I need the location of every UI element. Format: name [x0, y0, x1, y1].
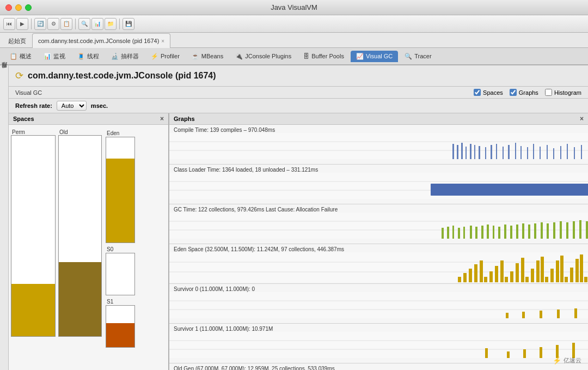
toolbar-btn-2[interactable]: ▶ [16, 18, 28, 30]
svg-rect-10 [485, 147, 486, 159]
svg-rect-25 [581, 145, 582, 159]
svg-rect-105 [463, 273, 467, 282]
perm-space: Perm [11, 129, 56, 337]
checkbox-histogram[interactable]: Histogram [545, 89, 581, 96]
svg-rect-5 [461, 143, 463, 159]
toolbar-btn-6[interactable]: 🔍 [78, 18, 90, 30]
s0-space: S0 [106, 245, 135, 295]
nav-tab-jconsole-plugins[interactable]: 🔌 JConsole Plugins [230, 51, 297, 62]
svg-rect-115 [516, 263, 519, 282]
graphs-panel-header: Graphs × [169, 113, 588, 125]
tracer-icon: 🔍 [405, 53, 412, 60]
toolbar-btn-1[interactable]: ⏮ [3, 18, 15, 30]
toolbar-sep-3 [119, 19, 120, 29]
monitor-icon: 📊 [44, 53, 51, 60]
refresh-select[interactable]: Auto 100 200 500 1000 [57, 101, 87, 111]
nav-tab-mbeans-label: MBeans [201, 53, 223, 59]
svg-rect-114 [510, 271, 513, 282]
toolbar-btn-3[interactable]: 🔄 [34, 18, 46, 30]
watermark-icon: ⚡ [553, 356, 561, 365]
graph-survivor0: Survivor 0 (11.000M, 11.000M): 0 [169, 284, 588, 324]
svg-rect-12 [496, 144, 497, 159]
toolbar-btn-9[interactable]: 💾 [122, 18, 134, 30]
nav-tab-profiler[interactable]: ⚡ Profiler [145, 51, 185, 62]
svg-rect-108 [480, 260, 483, 282]
svg-rect-163 [169, 292, 588, 318]
svg-rect-3 [452, 144, 454, 159]
svg-rect-54 [442, 228, 444, 239]
svg-rect-23 [567, 144, 568, 159]
svg-rect-73 [553, 222, 555, 239]
svg-rect-56 [452, 226, 454, 239]
histogram-checkbox[interactable] [545, 89, 552, 96]
graphs-checkbox[interactable] [510, 89, 517, 96]
svg-rect-22 [560, 146, 561, 159]
graph-s0-label: Survivor 0 (11.000M, 11.000M): 0 [169, 285, 588, 292]
svg-rect-126 [570, 268, 573, 282]
nav-tab-monitor[interactable]: 📊 监视 [38, 50, 71, 63]
graph-gc-label: GC Time: 122 collections, 979.426ms Last… [169, 205, 588, 213]
minimize-button[interactable] [15, 4, 22, 11]
perm-label: Perm [11, 129, 25, 135]
nav-tab-visual-gc-label: Visual GC [366, 53, 393, 59]
old-bar-container [58, 135, 102, 337]
checkbox-graphs[interactable]: Graphs [510, 89, 538, 96]
s0-label: S0 [106, 246, 113, 252]
visual-gc-title: Visual GC [15, 89, 42, 96]
svg-rect-11 [491, 145, 492, 159]
svg-rect-186 [523, 349, 526, 358]
nav-tab-buffer-pools[interactable]: 🗄 Buffer Pools [298, 51, 350, 62]
tab-jconsole[interactable]: com.danny.test.code.jvm.JConsole (pid 16… [32, 33, 170, 48]
svg-rect-69 [528, 225, 530, 239]
graph-gc-svg [169, 213, 588, 239]
tab-start[interactable]: 起始页 [2, 33, 32, 48]
svg-rect-70 [534, 223, 536, 239]
svg-rect-67 [516, 225, 518, 239]
maximize-button[interactable] [25, 4, 32, 11]
nav-tab-threads[interactable]: 🧵 线程 [72, 50, 105, 63]
spaces-panel-title: Spaces [13, 116, 34, 122]
profiler-icon: ⚡ [151, 53, 158, 60]
svg-rect-106 [469, 269, 472, 282]
svg-rect-8 [474, 145, 475, 159]
nav-tab-sampler[interactable]: 🔬 抽样器 [106, 50, 144, 63]
svg-rect-4 [457, 145, 458, 159]
nav-tab-mbeans[interactable]: ☕ MBeans [186, 51, 229, 62]
nav-tab-visual-gc[interactable]: 📈 Visual GC [351, 51, 398, 62]
svg-rect-111 [495, 266, 498, 282]
s1-bar-fill [106, 323, 134, 347]
toolbar-btn-8[interactable]: 📁 [105, 18, 117, 30]
svg-rect-170 [574, 308, 577, 318]
nav-tab-overview[interactable]: 📋 概述 [4, 50, 37, 63]
graphs-container[interactable]: Compile Time: 139 compiles – 970.048ms [169, 125, 588, 370]
graph-eden-label: Eden Space (32.500M, 11.500M): 11.242M, … [169, 245, 588, 252]
tab-close-icon[interactable]: × [161, 38, 164, 44]
nav-tab-overview-label: 概述 [20, 52, 32, 60]
checkbox-spaces[interactable]: Spaces [474, 89, 503, 96]
close-button[interactable] [5, 4, 12, 11]
svg-rect-50 [431, 184, 588, 196]
toolbar-btn-7[interactable]: 📊 [91, 18, 103, 30]
nav-tab-tracer[interactable]: 🔍 Tracer [399, 51, 437, 62]
nav-tab-monitor-label: 监视 [53, 52, 65, 60]
svg-rect-118 [531, 269, 534, 282]
plugins-icon: 🔌 [235, 53, 243, 60]
spaces-close-button[interactable]: × [160, 115, 164, 123]
toolbar-btn-5[interactable]: 📋 [60, 18, 72, 30]
nav-tab-buffer-label: Buffer Pools [311, 53, 344, 59]
svg-rect-66 [510, 226, 512, 239]
svg-rect-15 [515, 143, 516, 159]
toolbar-btn-4[interactable]: ⚙ [47, 18, 59, 30]
tab-start-label: 起始页 [8, 37, 26, 45]
nav-tab-jconsole-label: JConsole Plugins [245, 53, 291, 59]
svg-rect-57 [458, 228, 460, 239]
svg-rect-185 [507, 351, 510, 358]
nav-tab-tracer-label: Tracer [414, 53, 431, 59]
svg-rect-189 [572, 343, 575, 358]
svg-rect-184 [485, 348, 488, 358]
graphs-close-button[interactable]: × [580, 115, 584, 123]
svg-rect-24 [574, 147, 575, 159]
tab-jconsole-label: com.danny.test.code.jvm.JConsole (pid 16… [38, 38, 159, 44]
eden-label: Eden [106, 130, 119, 136]
spaces-checkbox[interactable] [474, 89, 481, 96]
